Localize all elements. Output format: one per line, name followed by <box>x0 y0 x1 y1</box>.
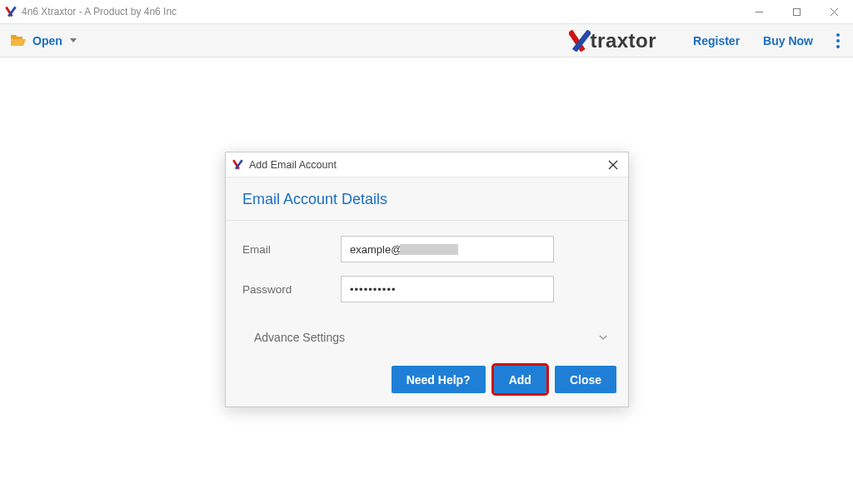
section-title: Email Account Details <box>226 177 628 221</box>
register-link[interactable]: Register <box>693 34 740 47</box>
main-toolbar: Open traxtor Register Buy Now <box>0 23 853 57</box>
brand-logo: traxtor <box>569 29 657 52</box>
add-email-account-dialog: Add Email Account Email Account Details … <box>225 152 629 407</box>
dialog-body: Email Account Details Email example@ Pas… <box>226 177 628 407</box>
email-input[interactable]: example@ <box>341 236 554 262</box>
maximize-button[interactable] <box>778 0 816 23</box>
folder-open-icon <box>10 34 27 47</box>
redacted-text <box>400 244 458 255</box>
open-menu-button[interactable]: Open <box>10 34 77 47</box>
window-controls <box>741 0 853 23</box>
password-row: Password •••••••••• <box>242 276 611 302</box>
chevron-down-icon <box>598 332 608 342</box>
password-label: Password <box>242 283 341 296</box>
brand-text-bold: traxtor <box>591 29 657 52</box>
account-form: Email example@ Password •••••••••• <box>226 221 628 319</box>
close-window-button[interactable] <box>816 0 853 23</box>
svg-rect-1 <box>794 8 801 15</box>
app-logo-icon <box>232 159 244 171</box>
dialog-titlebar: Add Email Account <box>226 152 628 177</box>
chevron-down-icon <box>70 38 77 42</box>
open-label: Open <box>32 34 62 47</box>
add-button[interactable]: Add <box>494 366 546 393</box>
need-help-button[interactable]: Need Help? <box>392 366 486 393</box>
advance-settings-label: Advance Settings <box>254 331 345 344</box>
buy-now-link[interactable]: Buy Now <box>763 34 813 47</box>
minimize-button[interactable] <box>741 0 778 23</box>
email-label: Email <box>242 243 341 256</box>
dialog-footer: Need Help? Add Close <box>226 359 628 407</box>
email-value: example@ <box>350 243 402 256</box>
dialog-close-button[interactable] <box>605 157 621 173</box>
close-button[interactable]: Close <box>555 366 616 393</box>
window-title: 4n6 Xtraxtor - A Product by 4n6 Inc <box>22 6 177 17</box>
advance-settings-toggle[interactable]: Advance Settings <box>226 319 628 359</box>
password-value: •••••••••• <box>350 283 397 296</box>
password-input[interactable]: •••••••••• <box>341 276 554 302</box>
brand-x-icon <box>569 30 591 52</box>
email-row: Email example@ <box>242 236 611 262</box>
more-menu-button[interactable] <box>831 30 845 52</box>
window-titlebar: 4n6 Xtraxtor - A Product by 4n6 Inc <box>0 0 853 23</box>
app-logo-icon <box>5 6 17 17</box>
dialog-title: Add Email Account <box>249 159 337 171</box>
